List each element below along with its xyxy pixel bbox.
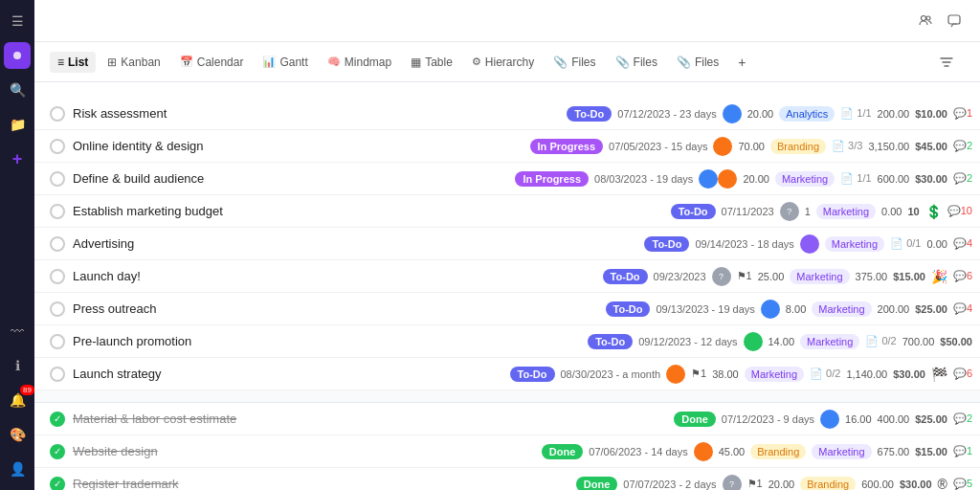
files-icon-1: 📎 [553,56,568,69]
task-name: Material & labor cost estimate [73,412,674,426]
task-date: 08/30/2023 - a month [561,368,661,380]
add-view-button[interactable]: + [730,51,753,74]
task-row[interactable]: Define & build audienceIn Progress08/03/… [34,163,980,195]
task-num: 8.00 [786,303,806,315]
user-icon[interactable]: 👤 [4,456,31,482]
task-checkbox[interactable]: ✓ [50,412,65,427]
tab-list[interactable]: ≡ List [50,52,96,73]
tab-hierarchy[interactable]: ⚙ Hierarchy [464,52,542,73]
task-money: $15.00 [915,446,947,457]
task-tag[interactable]: Branding [800,477,856,491]
task-tag[interactable]: Marketing [775,171,835,187]
search-icon[interactable]: 🔍 [4,77,31,103]
task-row[interactable]: Press outreachTo-Do09/13/2023 - 19 days8… [34,293,980,325]
comment-count: 💬5 [953,478,972,490]
tab-table[interactable]: ▦ Table [403,52,460,73]
main-content: ≡ List ⊞ Kanban 📅 Calendar 📊 Gantt 🧠 Min… [34,0,980,490]
task-row[interactable]: Pre-launch promotionTo-Do09/12/2023 - 12… [34,325,980,358]
tab-kanban[interactable]: ⊞ Kanban [100,52,167,73]
task-checkbox[interactable] [50,171,65,187]
task-row[interactable]: Online identity & designIn Progress07/05… [34,130,980,163]
hierarchy-icon: ⚙ [472,56,481,68]
task-tag[interactable]: Marketing [800,334,859,349]
tab-files-2[interactable]: 📎 Files [608,52,665,73]
menu-icon[interactable]: ☰ [4,8,31,34]
task-doc: 📄 0/1 [890,237,921,250]
task-tag[interactable]: Marketing [790,269,849,284]
folder-icon[interactable]: 📁 [4,111,31,138]
task-row[interactable]: Launch strategyTo-Do08/30/2023 - a month… [34,358,980,390]
task-tag[interactable]: Marketing [745,367,804,382]
task-checkbox[interactable] [50,106,65,122]
list-icon: ≡ [57,56,64,69]
task-checkbox[interactable] [50,269,65,284]
task-checkbox[interactable] [50,334,65,349]
avatar [744,332,763,351]
task-tag[interactable]: Marketing [816,204,876,219]
plus-icon[interactable]: + [4,145,31,172]
task-checkbox[interactable]: ✓ [50,444,65,459]
table-icon: ▦ [411,56,421,69]
task-checkbox[interactable] [50,204,65,219]
view-toolbar: ≡ List ⊞ Kanban 📅 Calendar 📊 Gantt 🧠 Min… [34,42,980,82]
task-checkbox[interactable] [50,139,65,154]
task-tag[interactable]: Analytics [779,106,835,122]
palette-icon[interactable]: 🎨 [4,421,31,448]
add-task-input[interactable] [34,82,980,98]
comment-count: 💬2 [953,172,972,185]
task-row[interactable]: Launch day!To-Do09/23/2023?⚑125.00Market… [34,260,980,293]
task-row[interactable]: ✓Website designDone07/06/2023 - 14 days4… [34,435,980,468]
filter-button[interactable] [940,56,957,69]
app-icon[interactable] [4,42,31,69]
task-checkbox[interactable] [50,301,65,317]
tab-calendar[interactable]: 📅 Calendar [172,52,252,73]
svg-rect-4 [948,15,960,24]
task-tag-2[interactable]: Marketing [812,444,871,459]
task-money: $15.00 [893,271,925,282]
task-tag[interactable]: Branding [750,444,806,459]
task-name: Pre-launch promotion [73,334,588,348]
task-row[interactable]: Establish marketing budgetTo-Do07/11/202… [34,195,980,228]
task-row[interactable]: Risk assessmentTo-Do07/12/2023 - 23 days… [34,98,980,130]
avatar-2 [718,169,737,189]
members-button[interactable] [919,14,936,28]
task-amount: 600.00 [878,173,910,185]
tab-gantt[interactable]: 📊 Gantt [255,52,315,73]
status-badge: To-Do [606,301,651,317]
task-checkbox[interactable] [50,236,65,252]
task-name: Launch strategy [73,367,510,381]
status-badge: Done [674,412,716,427]
tab-files-3[interactable]: 📎 Files [669,52,726,73]
activities-button[interactable] [947,14,965,28]
wave-icon[interactable]: 〰 [4,318,31,345]
comment-count: 💬1 [953,445,972,457]
status-badge: To-Do [567,106,612,122]
task-tag[interactable]: Marketing [825,236,884,252]
status-badge: In Progress [515,171,589,187]
header-actions [919,14,965,28]
tab-mindmap[interactable]: 🧠 Mindmap [320,52,399,73]
task-name: Press outreach [73,301,606,316]
comment-count: 💬6 [953,368,972,380]
members-icon [919,14,932,28]
tab-files-1[interactable]: 📎 Files [546,52,603,73]
task-money: $30.00 [915,173,947,185]
chat-icon [947,14,961,28]
task-checkbox[interactable]: ✓ [50,477,65,491]
task-row[interactable]: AdvertisingTo-Do09/14/2023 - 18 daysMark… [34,228,980,260]
task-row[interactable]: ✓Register trademarkDone07/07/2023 - 2 da… [34,468,980,490]
task-num: 1 [805,206,811,217]
notification-icon[interactable]: 🔔 89 [4,387,31,413]
status-badge: Done [576,477,618,491]
task-row[interactable]: ✓Material & labor cost estimateDone07/12… [34,403,980,435]
task-meta: To-Do09/13/2023 - 19 days8.00Marketing20… [606,300,972,319]
task-tag[interactable]: Branding [770,139,826,154]
avatar [723,104,742,123]
comment-count: 💬1 [953,107,972,120]
avatar: ? [723,475,742,491]
task-num: 20.00 [743,173,769,185]
task-tag[interactable]: Marketing [812,301,871,317]
info-icon[interactable]: ℹ [4,352,31,379]
task-amount: 700.00 [902,336,935,347]
task-checkbox[interactable] [50,367,65,382]
